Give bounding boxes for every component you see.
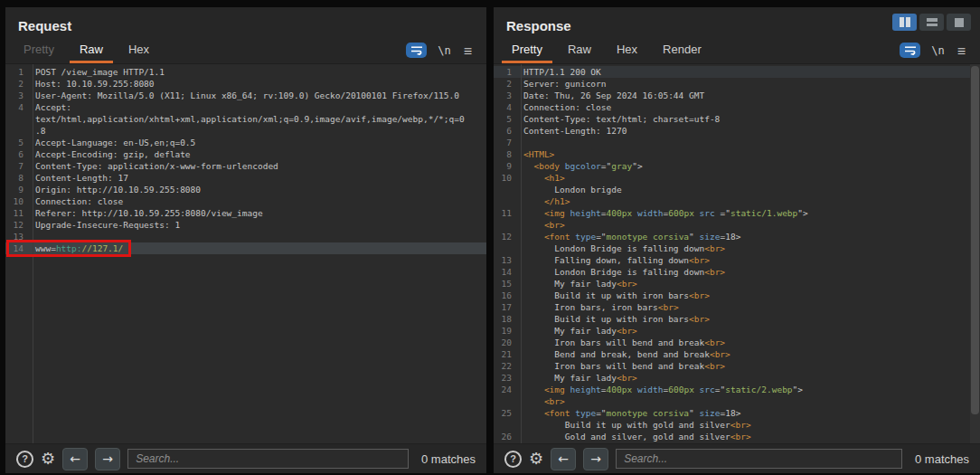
line-number: 7 — [494, 137, 517, 148]
code-line: 24 <img height=400px width=600px src="st… — [494, 384, 980, 395]
response-scrollbar[interactable] — [970, 64, 980, 443]
code-text: Accept-Language: en-US,en;q=0.5 — [29, 137, 195, 148]
code-line: 14www=http://127.1/ — [5, 242, 486, 254]
line-number: 12 — [494, 231, 517, 242]
previous-match-button[interactable]: ← — [62, 448, 88, 470]
code-text: London Bridge is falling down<br> — [517, 266, 725, 278]
code-text: </h1> — [517, 195, 570, 207]
response-search-bar: ? ⚙ ← → 0 matches — [494, 443, 980, 473]
line-number: 27 — [494, 442, 517, 443]
code-text: Host: 10.10.59.255:8080 — [29, 78, 155, 90]
code-line: 3User-Agent: Mozilla/5.0 (X11; Linux x86… — [5, 90, 486, 101]
code-text: Content-Length: 1270 — [517, 125, 627, 137]
line-number: 11 — [494, 207, 517, 219]
line-number — [494, 242, 517, 254]
code-line: 15 My fair lady<br> — [494, 278, 980, 290]
word-wrap-toggle-button[interactable] — [406, 43, 427, 58]
settings-gear-icon[interactable]: ⚙ — [529, 451, 543, 467]
line-number: 13 — [5, 231, 29, 242]
code-text: <body bgcolor="gray"> — [517, 160, 643, 172]
scrollbar-thumb[interactable] — [971, 66, 979, 414]
response-editor[interactable]: 1HTTP/1.1 200 OK2Server: gunicorn3Date: … — [494, 63, 980, 443]
code-line: 12 <font type="monotype corsiva" size=18… — [494, 231, 980, 242]
code-text: Content-Length: 17 — [29, 172, 128, 184]
code-text: Connection: close — [29, 195, 123, 207]
line-number: 20 — [494, 337, 517, 348]
code-line: 9 <body bgcolor="gray"> — [494, 160, 980, 172]
single-view-layout-icon[interactable] — [947, 14, 971, 31]
split-rows-layout-icon[interactable] — [919, 14, 944, 31]
code-text: <font type="monotype corsiva" size=18> — [517, 231, 740, 242]
request-search-input[interactable] — [127, 449, 409, 469]
help-icon[interactable]: ? — [16, 451, 33, 468]
code-text: Falling down, falling down<br> — [517, 254, 710, 266]
request-panel: Request PrettyRawHex \n ≡ 1POST /view_im… — [5, 7, 486, 473]
tab-pretty[interactable]: Pretty — [499, 37, 555, 63]
code-line: 5Content-Type: text/html; charset=utf-8 — [494, 113, 980, 125]
line-number: 6 — [494, 125, 517, 137]
line-number — [5, 125, 29, 137]
code-text: My fair lady<br> — [517, 372, 637, 384]
tab-hex[interactable]: Hex — [604, 37, 650, 63]
previous-match-button[interactable]: ← — [551, 448, 576, 470]
show-newlines-toggle[interactable]: \n — [931, 44, 944, 57]
next-match-button[interactable]: → — [583, 448, 608, 470]
code-text: My fair lady<br> — [517, 278, 637, 290]
code-text: Build it up with gold and silver<br> — [517, 442, 751, 443]
code-line: 2Host: 10.10.59.255:8080 — [5, 78, 486, 90]
code-text: Accept: — [29, 101, 71, 113]
code-text: Iron bars, iron bars<br> — [517, 301, 679, 313]
next-match-button[interactable]: → — [95, 448, 120, 470]
tab-raw[interactable]: Raw — [555, 37, 604, 63]
response-match-count: 0 matches — [915, 452, 969, 466]
code-text: HTTP/1.1 200 OK — [517, 66, 601, 78]
line-number: 14 — [5, 242, 29, 254]
editor-menu-button[interactable]: ≡ — [957, 45, 966, 58]
code-text: text/html,application/xhtml+xml,applicat… — [29, 113, 465, 125]
response-search-input[interactable] — [616, 449, 902, 469]
help-icon[interactable]: ? — [504, 451, 522, 468]
code-line: 23 My fair lady<br> — [494, 372, 980, 384]
line-number: 15 — [494, 278, 517, 290]
code-text: Referer: http://10.10.59.255:8080/view_i… — [29, 207, 263, 219]
code-line: <br> — [494, 395, 980, 407]
line-number: 24 — [494, 384, 517, 395]
tab-render[interactable]: Render — [650, 37, 714, 63]
request-editor[interactable]: 1POST /view_image HTTP/1.12Host: 10.10.5… — [5, 63, 486, 443]
code-text: Origin: http://10.10.59.255:8080 — [29, 184, 201, 195]
line-number: 3 — [494, 90, 517, 101]
code-line: 17 Iron bars, iron bars<br> — [494, 301, 980, 313]
line-number: 17 — [494, 301, 517, 313]
code-line: 6Content-Length: 1270 — [494, 125, 980, 137]
line-number: 4 — [494, 101, 517, 113]
word-wrap-icon — [410, 43, 423, 59]
line-number: 5 — [5, 137, 29, 148]
line-number — [494, 419, 517, 431]
tab-hex[interactable]: Hex — [116, 37, 162, 63]
line-number — [5, 113, 29, 125]
code-text: Content-Type: text/html; charset=utf-8 — [517, 113, 720, 125]
tab-raw[interactable]: Raw — [67, 37, 116, 63]
line-number: 4 — [5, 101, 29, 113]
code-line: 14 London Bridge is falling down<br> — [494, 266, 980, 278]
code-line: London brigde — [494, 184, 980, 195]
editor-menu-button[interactable]: ≡ — [464, 45, 472, 58]
show-newlines-toggle[interactable]: \n — [438, 44, 450, 57]
line-number: 10 — [494, 172, 517, 184]
word-wrap-toggle-button[interactable] — [900, 43, 920, 58]
code-line: 2Server: gunicorn — [494, 78, 980, 90]
code-line: text/html,application/xhtml+xml,applicat… — [5, 113, 486, 125]
split-columns-layout-icon[interactable] — [892, 14, 917, 31]
code-text: POST /view_image HTTP/1.1 — [29, 66, 165, 78]
code-text: .8 — [29, 125, 45, 137]
line-number: 23 — [494, 372, 517, 384]
code-line: 21 Bend and break, bend and break<br> — [494, 348, 980, 360]
code-line: 11 <img height=400px width=600px src ="s… — [494, 207, 980, 219]
settings-gear-icon[interactable]: ⚙ — [41, 451, 55, 467]
request-search-bar: ? ⚙ ← → 0 matches — [5, 443, 486, 473]
request-match-count: 0 matches — [421, 452, 476, 466]
line-number: 11 — [5, 207, 29, 219]
tab-pretty[interactable]: Pretty — [11, 37, 67, 63]
line-number: 12 — [5, 219, 29, 231]
code-line: Build it up with gold and silver<br> — [494, 419, 980, 431]
